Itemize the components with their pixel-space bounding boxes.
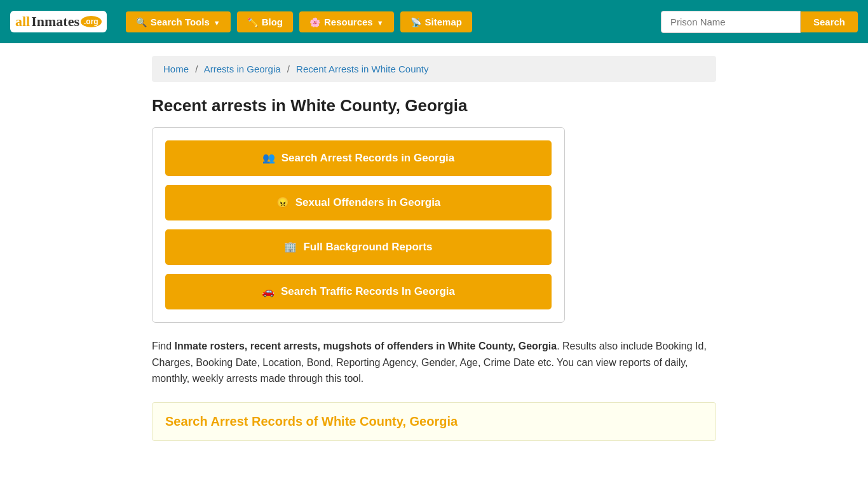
sexual-offenders-button[interactable]: Sexual Offenders in Georgia — [165, 185, 552, 220]
logo-all-text: all — [15, 13, 30, 30]
background-reports-button[interactable]: Full Background Reports — [165, 229, 552, 265]
logo-org-text: .org — [81, 16, 102, 27]
nav-search-tools-label: Search Tools — [151, 17, 210, 27]
search-tools-icon — [136, 17, 147, 27]
traffic-records-label: Search Traffic Records In Georgia — [281, 285, 455, 298]
description-bold: Inmate rosters, recent arrests, mugshots… — [175, 341, 557, 351]
main-content: Home / Arrests in Georgia / Recent Arres… — [142, 43, 726, 454]
prison-search-input[interactable] — [661, 11, 801, 33]
nav-resources-label: Resources — [324, 17, 373, 27]
car-icon — [262, 285, 275, 298]
search-tools-dropdown-arrow — [214, 17, 220, 27]
sitemap-icon — [410, 17, 421, 27]
search-arrest-records-button[interactable]: Search Arrest Records in Georgia — [165, 140, 552, 176]
nav-sitemap-button[interactable]: Sitemap — [400, 11, 472, 32]
nav-blog-label: Blog — [262, 17, 283, 27]
offender-icon — [276, 196, 289, 209]
nav-resources-button[interactable]: Resources — [299, 11, 394, 32]
description-text: Find Inmate rosters, recent arrests, mug… — [152, 338, 716, 387]
resources-dropdown-arrow — [377, 17, 384, 27]
breadcrumb-arrests[interactable]: Arrests in Georgia — [204, 64, 281, 74]
search-record-section: Search Arrest Records of White County, G… — [152, 402, 716, 441]
description-prefix: Find — [152, 341, 175, 351]
logo[interactable]: all Inmates .org — [10, 11, 107, 32]
people-icon — [262, 152, 275, 165]
search-record-title: Search Arrest Records of White County, G… — [165, 414, 703, 429]
nav-sitemap-label: Sitemap — [425, 17, 462, 27]
blog-icon — [247, 17, 258, 27]
search-arrest-label: Search Arrest Records in Georgia — [281, 152, 454, 165]
navbar: all Inmates .org Search Tools Blog Resou… — [0, 0, 868, 43]
breadcrumb-current: Recent Arrests in White County — [296, 64, 428, 74]
navbar-search: Search — [661, 11, 858, 33]
breadcrumb-sep-2: / — [287, 64, 290, 74]
breadcrumb-sep-1: / — [195, 64, 198, 74]
prison-search-button[interactable]: Search — [801, 11, 858, 32]
nav-blog-button[interactable]: Blog — [237, 11, 293, 32]
sexual-offenders-label: Sexual Offenders in Georgia — [295, 196, 441, 209]
breadcrumb: Home / Arrests in Georgia / Recent Arres… — [152, 56, 716, 82]
traffic-records-button[interactable]: Search Traffic Records In Georgia — [165, 274, 552, 309]
background-reports-label: Full Background Reports — [303, 241, 432, 254]
building-icon — [284, 241, 297, 254]
breadcrumb-home[interactable]: Home — [163, 64, 189, 74]
logo-inmates-text: Inmates — [31, 13, 79, 30]
action-buttons-card: Search Arrest Records in Georgia Sexual … — [152, 127, 565, 323]
nav-search-tools-button[interactable]: Search Tools — [126, 11, 231, 32]
page-title: Recent arrests in White County, Georgia — [152, 96, 716, 116]
resources-icon — [309, 17, 320, 27]
